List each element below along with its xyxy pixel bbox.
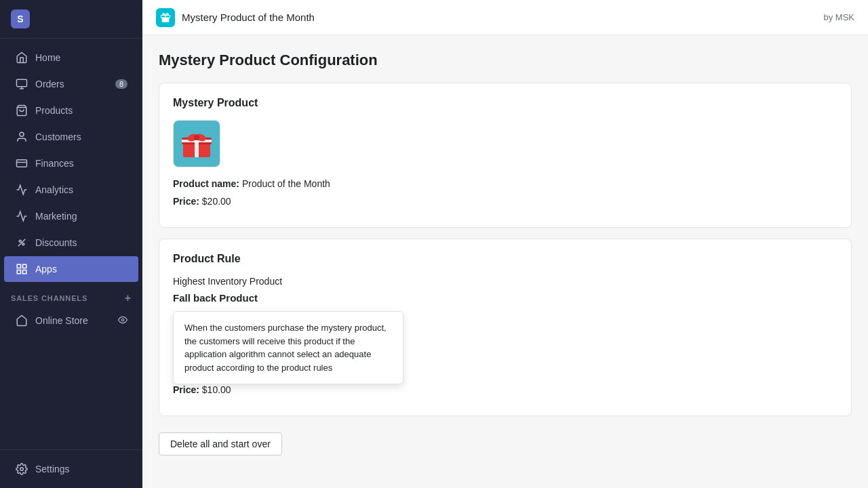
svg-rect-0 bbox=[17, 79, 27, 87]
sidebar-item-home[interactable]: Home bbox=[4, 45, 138, 70]
analytics-icon bbox=[15, 183, 28, 197]
fallback-price-row: Price: $10.00 bbox=[173, 384, 837, 395]
topbar-left: Mystery Product of the Month bbox=[156, 8, 315, 27]
settings-label: Settings bbox=[35, 464, 70, 474]
sidebar-item-orders-label: Orders bbox=[35, 79, 64, 89]
mystery-product-card: Mystery Product bbox=[159, 83, 852, 228]
svg-rect-7 bbox=[17, 264, 20, 268]
sidebar-item-online-store[interactable]: Online Store bbox=[4, 308, 138, 333]
topbar-app-icon bbox=[156, 8, 175, 27]
svg-point-2 bbox=[20, 132, 24, 136]
product-name-value: Product of the Month bbox=[242, 178, 330, 189]
products-icon bbox=[15, 104, 28, 117]
page-content: Mystery Product Configuration Mystery Pr… bbox=[142, 35, 868, 472]
sidebar-item-analytics-label: Analytics bbox=[35, 184, 73, 195]
svg-rect-10 bbox=[17, 270, 20, 274]
fallback-tooltip: When the customers purchase the mystery … bbox=[173, 311, 403, 384]
sidebar-item-discounts-label: Discounts bbox=[35, 237, 77, 248]
sidebar-item-customers[interactable]: Customers bbox=[4, 124, 138, 150]
sidebar-item-products-label: Products bbox=[35, 105, 73, 116]
settings-icon bbox=[15, 462, 28, 476]
svg-point-12 bbox=[20, 468, 24, 471]
discounts-icon bbox=[15, 236, 28, 249]
sidebar-settings: Settings bbox=[0, 449, 142, 488]
finances-icon bbox=[15, 157, 28, 170]
svg-point-19 bbox=[194, 135, 199, 140]
svg-rect-9 bbox=[23, 270, 26, 274]
price-value: $20.00 bbox=[202, 196, 231, 207]
rule-name: Highest Inventory Product bbox=[173, 276, 837, 287]
svg-rect-8 bbox=[23, 264, 26, 268]
topbar-by: by MSK bbox=[823, 12, 854, 22]
sidebar-item-home-label: Home bbox=[35, 52, 60, 63]
sidebar-item-finances-label: Finances bbox=[35, 158, 74, 169]
product-name-row: Product name: Product of the Month bbox=[173, 178, 837, 189]
marketing-icon bbox=[15, 209, 28, 223]
delete-button[interactable]: Delete all and start over bbox=[159, 432, 282, 455]
product-rule-heading: Product Rule bbox=[173, 253, 837, 265]
svg-point-11 bbox=[121, 319, 124, 321]
sidebar-item-products[interactable]: Products bbox=[4, 98, 138, 123]
sidebar-item-orders[interactable]: Orders 8 bbox=[4, 71, 138, 97]
sidebar-item-apps-label: Apps bbox=[35, 264, 57, 274]
product-name-label: Product name: bbox=[173, 178, 239, 189]
sidebar-logo-icon: S bbox=[11, 9, 30, 28]
product-rule-card: Product Rule Highest Inventory Product F… bbox=[159, 239, 852, 416]
tooltip-text: When the customers purchase the mystery … bbox=[184, 323, 387, 373]
topbar: Mystery Product of the Month by MSK bbox=[142, 0, 868, 35]
svg-point-5 bbox=[19, 240, 21, 242]
product-image bbox=[173, 120, 220, 167]
orders-badge: 8 bbox=[115, 79, 127, 89]
add-sales-channel-icon[interactable]: + bbox=[125, 292, 132, 304]
sidebar-logo: S bbox=[0, 0, 142, 39]
sidebar-item-discounts[interactable]: Discounts bbox=[4, 230, 138, 256]
apps-icon bbox=[15, 262, 28, 276]
topbar-title: Mystery Product of the Month bbox=[182, 12, 315, 23]
sidebar: S Home Orders 8 Products Custome bbox=[0, 0, 142, 488]
main-content: Mystery Product of the Month by MSK Myst… bbox=[142, 0, 868, 488]
eye-icon[interactable] bbox=[118, 315, 127, 327]
price-label: Price: bbox=[173, 196, 199, 207]
svg-point-6 bbox=[22, 243, 24, 245]
product-image-inner bbox=[174, 121, 220, 167]
sidebar-item-customers-label: Customers bbox=[35, 131, 81, 142]
customers-icon bbox=[15, 130, 28, 144]
fallback-label: Fall back Product bbox=[173, 292, 258, 304]
sidebar-item-analytics[interactable]: Analytics bbox=[4, 177, 138, 203]
fallback-price-label: Price: bbox=[173, 384, 199, 395]
page-title: Mystery Product Configuration bbox=[159, 52, 852, 69]
sidebar-item-marketing[interactable]: Marketing bbox=[4, 203, 138, 229]
svg-rect-3 bbox=[17, 160, 27, 167]
fallback-price-value: $10.00 bbox=[202, 384, 231, 395]
sidebar-item-marketing-label: Marketing bbox=[35, 211, 77, 222]
price-row: Price: $20.00 bbox=[173, 196, 837, 207]
online-store-icon bbox=[15, 314, 28, 327]
sidebar-nav: Home Orders 8 Products Customers F bbox=[0, 39, 142, 449]
fallback-product-section: Fall back Product When the customers pur… bbox=[173, 292, 258, 304]
sales-channels-section: SALES CHANNELS + bbox=[0, 283, 142, 307]
mystery-product-heading: Mystery Product bbox=[173, 97, 837, 109]
sidebar-item-finances[interactable]: Finances bbox=[4, 150, 138, 176]
sales-channels-label: SALES CHANNELS bbox=[11, 294, 87, 302]
gift-box-svg bbox=[179, 126, 214, 161]
online-store-label: Online Store bbox=[35, 315, 88, 326]
home-icon bbox=[15, 51, 28, 64]
orders-icon bbox=[15, 77, 28, 91]
sidebar-item-settings[interactable]: Settings bbox=[4, 456, 138, 482]
sidebar-item-apps[interactable]: Apps bbox=[4, 256, 138, 282]
